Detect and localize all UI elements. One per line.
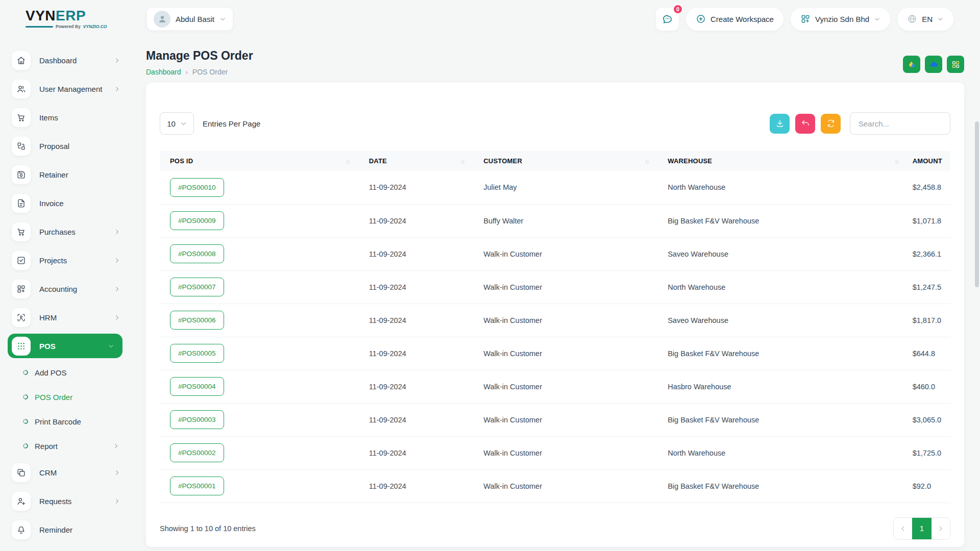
cart-icon (12, 222, 31, 241)
user-menu[interactable]: Abdul Basit (146, 7, 233, 31)
date-cell: 11-09-2024 (357, 270, 472, 304)
amount-cell: $1,247.5 (905, 270, 950, 304)
language-selector[interactable]: EN (897, 8, 953, 31)
pos-id-badge[interactable]: #POS00001 (170, 477, 224, 495)
sidebar-item-items[interactable]: Items (0, 103, 132, 132)
google-drive-button[interactable] (903, 56, 920, 73)
page-1-button[interactable]: 1 (912, 518, 932, 539)
pos-id-badge[interactable]: #POS00009 (170, 211, 224, 230)
refresh-button[interactable] (821, 114, 841, 134)
chevron-down-icon (937, 16, 944, 22)
sidebar-subitem-report[interactable]: Report (0, 434, 132, 458)
date-cell: 11-09-2024 (357, 204, 472, 237)
sidebar-item-pos[interactable]: POS (8, 334, 122, 358)
onedrive-button[interactable] (925, 56, 942, 73)
sidebar-item-invoice[interactable]: Invoice (0, 189, 132, 217)
chevron-right-icon (114, 57, 120, 64)
search-input[interactable] (850, 112, 950, 135)
customer-cell: Walk-in Customer (471, 370, 655, 403)
chevron-down-icon (219, 16, 226, 22)
apps-grid-button[interactable] (947, 56, 964, 73)
breadcrumb-dashboard-link[interactable]: Dashboard (146, 68, 181, 76)
sidebar-subitem-print-barcode[interactable]: Print Barcode (0, 409, 132, 434)
warehouse-cell: Big Basket F&V Warehouse (655, 337, 905, 370)
warehouse-cell: North Warehouse (655, 436, 905, 469)
column-header-warehouse[interactable]: WAREHOUSE↑↓ (655, 151, 905, 171)
sidebar-item-projects[interactable]: Projects (0, 246, 132, 274)
download-icon (775, 119, 785, 128)
next-page-button[interactable] (932, 518, 950, 539)
pos-id-badge[interactable]: #POS00002 (170, 443, 224, 462)
pos-order-row: #POS0000511-09-2024Walk-in CustomerBig B… (160, 337, 950, 370)
sidebar-item-requests[interactable]: Requests (0, 487, 132, 515)
app-logo[interactable]: VYNERP Powered By VYNZIO.CO (0, 9, 132, 29)
sidebar-subitem-pos-order[interactable]: POS Order (0, 385, 132, 409)
date-cell: 11-09-2024 (357, 237, 472, 270)
sort-icon[interactable]: ↑↓ (460, 158, 466, 164)
column-header-customer[interactable]: CUSTOMER↑↓ (471, 151, 655, 171)
sidebar-subitem-label: Report (35, 442, 113, 450)
amount-cell: $2,458.8 (905, 171, 950, 204)
create-workspace-button[interactable]: Create Workspace (686, 8, 783, 31)
customer-cell: Walk-in Customer (471, 304, 655, 337)
warehouse-cell: Saveo Warehouse (655, 237, 905, 270)
pos-id-badge[interactable]: #POS00004 (170, 377, 224, 396)
bell-icon (12, 520, 31, 539)
sidebar-item-dashboard[interactable]: Dashboard (0, 46, 132, 74)
pos-id-badge[interactable]: #POS00008 (170, 244, 224, 263)
column-header-pos-id[interactable]: POS ID↑↓ (160, 151, 357, 171)
scrollbar-thumb[interactable] (975, 121, 979, 287)
sidebar-item-label: POS (39, 342, 108, 350)
pos-id-badge[interactable]: #POS00003 (170, 410, 224, 429)
sidebar-item-label: CRM (39, 468, 114, 477)
sidebar-item-label: Dashboard (39, 56, 114, 65)
pos-order-row: #POS0001011-09-2024Juliet MayNorth Wareh… (160, 171, 950, 204)
sort-icon[interactable]: ↑↓ (645, 158, 650, 164)
customer-cell: Walk-in Customer (471, 270, 655, 304)
date-cell: 11-09-2024 (357, 171, 472, 204)
sidebar-item-hrm[interactable]: HRM (0, 303, 132, 332)
cart-icon (12, 108, 31, 127)
sidebar-item-label: User Management (39, 85, 114, 93)
sidebar-item-purchases[interactable]: Purchases (0, 217, 132, 246)
sidebar-item-proposal[interactable]: Proposal (0, 132, 132, 160)
undo-button[interactable] (795, 114, 815, 134)
logo-underline (26, 26, 53, 28)
chevron-right-icon (113, 443, 119, 449)
bullet-icon (22, 442, 29, 449)
pos-order-table: POS ID↑↓DATE↑↓CUSTOMER↑↓WAREHOUSE↑↓AMOUN… (160, 151, 950, 503)
prev-page-button[interactable] (894, 518, 912, 539)
sidebar-item-retainer[interactable]: Retainer (0, 160, 132, 189)
warehouse-cell: North Warehouse (655, 171, 905, 204)
customer-cell: Walk-in Customer (471, 403, 655, 436)
sort-icon[interactable]: ↑↓ (895, 158, 900, 164)
chevron-right-icon (114, 86, 120, 92)
messages-button[interactable]: 0 (656, 8, 679, 31)
user-avatar-icon (154, 11, 170, 28)
pos-id-badge[interactable]: #POS00007 (170, 278, 224, 296)
sidebar-item-reminder[interactable]: Reminder (0, 515, 132, 544)
sidebar-subitem-add-pos[interactable]: Add POS (0, 360, 132, 385)
entries-per-page-select[interactable]: 10 (160, 112, 194, 135)
amount-cell: $1,817.0 (905, 304, 950, 337)
sort-icon[interactable]: ↑↓ (346, 158, 352, 164)
pos-id-badge[interactable]: #POS00006 (170, 311, 224, 330)
chevron-right-icon (114, 286, 120, 292)
pos-id-badge[interactable]: #POS00005 (170, 344, 224, 363)
customer-cell: Walk-in Customer (471, 469, 655, 503)
sidebar-item-accounting[interactable]: Accounting (0, 274, 132, 303)
home-icon (12, 51, 31, 70)
globe-icon (907, 14, 917, 24)
sidebar-item-user-management[interactable]: User Management (0, 74, 132, 103)
copy-icon (12, 463, 31, 482)
chevron-right-icon (114, 257, 120, 264)
user-name: Abdul Basit (176, 15, 214, 23)
workspace-selector[interactable]: Vynzio Sdn Bhd (791, 8, 890, 31)
pos-id-badge[interactable]: #POS00010 (170, 178, 224, 197)
export-button[interactable] (770, 114, 790, 134)
sidebar-item-label: Projects (39, 256, 114, 265)
workspace-grid-icon (800, 14, 811, 24)
sidebar-item-label: Proposal (39, 142, 120, 151)
column-header-date[interactable]: DATE↑↓ (357, 151, 472, 171)
sidebar-item-crm[interactable]: CRM (0, 458, 132, 487)
